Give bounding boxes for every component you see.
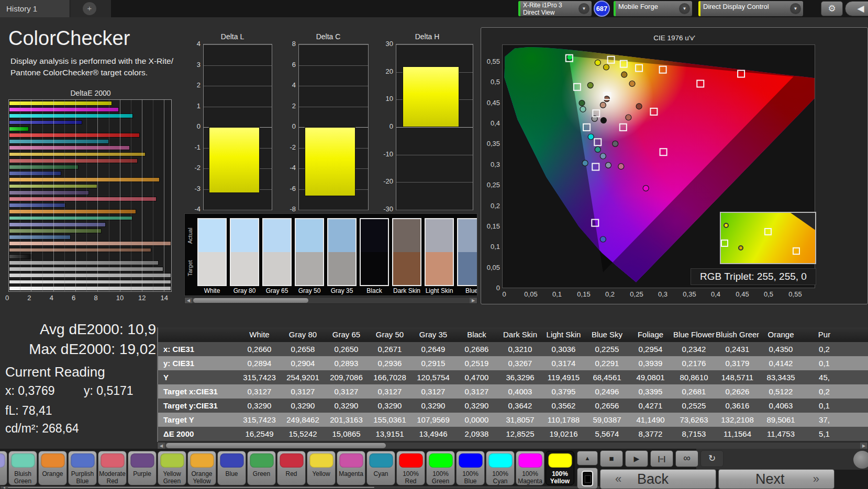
stop-measure-button[interactable]: ■	[600, 450, 623, 467]
cie-y-tick-0,05: 0,05	[481, 264, 500, 271]
meter-selector[interactable]: X-Rite i1Pro 3 Direct View ▼	[518, 1, 592, 16]
patch-button-100-blue[interactable]: 100% Blue	[456, 451, 485, 485]
delta-h-tick-0: 0	[379, 122, 393, 130]
patch-label: Blue	[218, 470, 246, 477]
next-label: Next	[755, 471, 785, 487]
table-cell: 0,3267	[498, 356, 542, 370]
patch-button-magenta[interactable]: Magenta	[337, 451, 365, 485]
table-cell: 0,3642	[498, 399, 542, 413]
patch-button-100-red[interactable]: 100% Red	[396, 451, 425, 485]
delta-l-tick--4: -4	[192, 205, 201, 213]
continuous-measure-button[interactable]: ∞	[675, 450, 698, 467]
patch-button-purplish-blue[interactable]: Purplish Blue	[68, 451, 97, 485]
patch-button-100-yellow[interactable]: 100% Yellow	[546, 451, 574, 485]
deltae-bar-green	[9, 165, 79, 169]
patch-button-orange-yellow[interactable]: Orange Yellow	[187, 451, 216, 485]
cie-y-tick-0,25: 0,25	[481, 181, 500, 189]
scroll-right-icon[interactable]: ▶	[860, 442, 867, 449]
swatch-scroll-thumb[interactable]	[193, 298, 308, 303]
add-tab-button[interactable]: +	[83, 2, 96, 15]
table-col-header-blue-sky: Blue Sky	[585, 327, 629, 342]
table-cell: 11,4753	[759, 427, 803, 441]
delta-h-plot	[396, 44, 473, 210]
meter-count-badge[interactable]: 687	[594, 1, 610, 17]
pattern-window-button[interactable]	[577, 468, 598, 489]
swatch-strip-scrollbar[interactable]: ◀ ▶	[184, 297, 477, 304]
cie-x-tick-0,15: 0,15	[575, 290, 592, 298]
table-cell: 0,2431	[716, 342, 759, 356]
delta-l-plot	[203, 44, 272, 210]
patch-button-100-cyan[interactable]: 100% Cyan	[486, 451, 515, 485]
pattern-source-selector[interactable]: Mobile Forge ▼	[614, 1, 692, 16]
patch-label: Orange	[39, 470, 66, 477]
scroll-left-icon[interactable]: ◀	[185, 298, 192, 303]
table-row: Target Y315,7423249,8462201,3163155,0361…	[158, 413, 868, 427]
patch-button-100-green[interactable]: 100% Green	[426, 451, 455, 485]
inset-target-square	[721, 240, 728, 247]
delta-c-tick--8: -8	[284, 205, 296, 213]
current-y-readout: y: 0,5171	[84, 384, 133, 398]
table-scroll-thumb[interactable]	[166, 443, 386, 448]
delta-c-chart-panel: Delta C 86420-2-4-6-8	[284, 29, 373, 220]
table-cell: 0,3290	[238, 399, 281, 413]
patch-scroll-thumb[interactable]	[8, 487, 374, 488]
table-row: x: CIE310,26600,26580,26500,26710,26490,…	[158, 342, 868, 356]
cie-x-tick-0,3: 0,3	[654, 290, 671, 298]
patch-button-yellow-green[interactable]: Yellow Green	[158, 451, 186, 485]
cie-y-tick-0,1: 0,1	[481, 243, 500, 251]
patch-button-blue[interactable]: Blue	[217, 451, 246, 485]
back-button[interactable]: « Back	[600, 469, 716, 489]
deltae-bar-yellow	[9, 152, 146, 157]
cie-x-tick-0,25: 0,25	[628, 290, 645, 298]
pattern-window-up-button[interactable]: ▲	[577, 451, 598, 465]
table-cell: 0,3179	[716, 356, 759, 370]
settings-button[interactable]: ⚙	[821, 1, 843, 16]
chevron-down-icon[interactable]: ▼	[790, 3, 801, 14]
display-control-selector[interactable]: Direct Display Control ▼	[698, 1, 803, 16]
cie-y-tick-0,5: 0,5	[481, 78, 500, 86]
scroll-left-icon[interactable]: ◀	[158, 442, 165, 449]
patch-button-moderate-red[interactable]: Moderate Red	[98, 451, 127, 485]
table-cell: 5,5674	[585, 427, 629, 441]
patch-button-100-magenta[interactable]: 100% Magenta	[516, 451, 544, 485]
patch-button-purple[interactable]: Purple	[128, 451, 157, 485]
patch-button-wer[interactable]: wer	[0, 451, 7, 485]
patch-button-bluish-green[interactable]: Bluish Green	[8, 451, 37, 485]
tab-history-1[interactable]: History 1	[0, 0, 70, 17]
table-cell: 0,2671	[368, 342, 411, 356]
patch-color-chip	[101, 453, 124, 468]
patch-button-green[interactable]: Green	[247, 451, 276, 485]
table-cell: 119,4915	[542, 370, 585, 384]
chevron-down-icon[interactable]: ▼	[679, 3, 690, 14]
table-cell: 0,2342	[672, 342, 716, 356]
patch-button-cyan[interactable]: Cyan	[366, 451, 395, 485]
scroll-right-icon[interactable]: ▶	[470, 298, 477, 303]
inset-measured-point	[724, 223, 729, 228]
cie-y-tick-0,3: 0,3	[481, 161, 500, 168]
delta-c-tick-8: 8	[284, 40, 296, 48]
refresh-button[interactable]: ↻	[700, 450, 724, 467]
table-row-label: Target Y	[158, 413, 238, 427]
swatch-target	[426, 252, 453, 285]
patch-button-yellow[interactable]: Yellow	[307, 451, 336, 485]
table-cell: 80,8610	[672, 370, 716, 384]
swatch-target	[296, 252, 323, 285]
chevron-down-icon[interactable]: ▼	[578, 3, 589, 14]
deltae-bar-white	[9, 286, 171, 291]
patch-button-red[interactable]: Red	[277, 451, 306, 485]
scroll-left-icon[interactable]: ◀	[1, 486, 8, 488]
next-button[interactable]: Next »	[718, 469, 834, 489]
swatch-white	[197, 218, 227, 286]
collapse-panel-button[interactable]: ◀	[845, 1, 868, 16]
single-measure-button[interactable]: |–|	[650, 450, 673, 467]
deltae-bar-blue-sky	[9, 235, 71, 240]
table-col-header-light-skin: Light Skin	[542, 327, 585, 342]
patch-button-orange[interactable]: Orange	[38, 451, 67, 485]
partial-round-button[interactable]	[853, 451, 868, 469]
patch-row-scrollbar[interactable]: ◀	[0, 486, 600, 489]
deltae-x-tick-0: 0	[5, 294, 16, 302]
deltae-bar-light-skin	[9, 241, 171, 246]
deltae-x-tick-6: 6	[72, 294, 82, 302]
start-measure-button[interactable]: ▶	[625, 450, 648, 467]
table-scrollbar[interactable]: ◀ ▶	[157, 442, 868, 449]
